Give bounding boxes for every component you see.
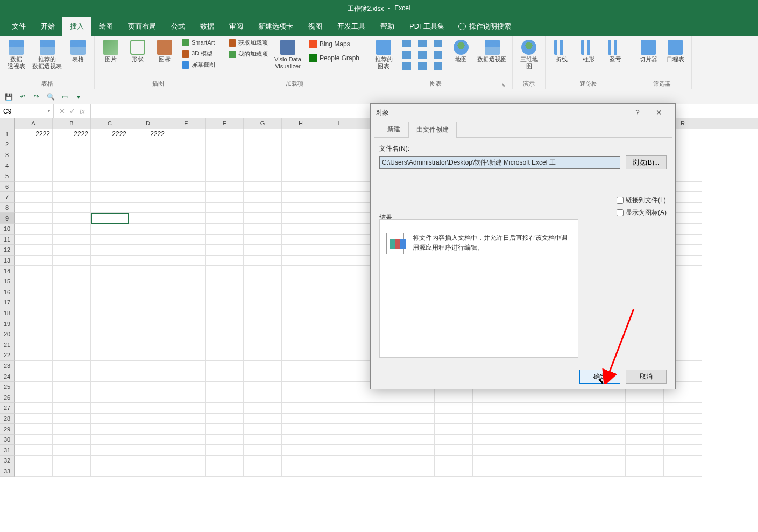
tab-layout[interactable]: 页面布局 [121, 17, 164, 36]
3dmap-button[interactable]: 三维地 图 [517, 38, 541, 72]
cell-G28[interactable] [244, 414, 282, 424]
tab-file[interactable]: 文件 [4, 17, 33, 36]
chart-surface-button[interactable] [400, 61, 414, 71]
cell-N32[interactable] [511, 456, 549, 466]
cell-H11[interactable] [282, 235, 320, 245]
cell-D13[interactable] [129, 256, 167, 266]
cell-E23[interactable] [167, 361, 206, 372]
chart-pie-button[interactable] [431, 39, 445, 48]
cell-D21[interactable] [129, 339, 167, 350]
cell-O30[interactable] [549, 435, 587, 445]
pivot-table-button[interactable]: 数据 透视表 [4, 38, 28, 72]
cell-I3[interactable] [320, 150, 358, 161]
cell-J27[interactable] [358, 403, 396, 414]
dialog-help-button[interactable]: ? [627, 108, 648, 117]
cell-I19[interactable] [320, 318, 358, 329]
cell-E32[interactable] [167, 456, 206, 466]
charts-launcher[interactable]: ⬊ [499, 81, 508, 89]
cell-F7[interactable] [206, 192, 244, 203]
cell-G17[interactable] [244, 297, 282, 308]
cell-D32[interactable] [129, 456, 167, 466]
cell-D26[interactable] [129, 392, 167, 403]
cell-A13[interactable] [15, 256, 53, 266]
row-header-12[interactable]: 12 [0, 245, 15, 256]
cell-A4[interactable] [15, 160, 53, 171]
cell-F14[interactable] [206, 266, 244, 276]
cell-I17[interactable] [320, 297, 358, 308]
cell-B9[interactable] [53, 213, 91, 224]
cell-F22[interactable] [206, 350, 244, 361]
cell-A6[interactable] [15, 182, 53, 193]
cell-E5[interactable] [167, 171, 206, 182]
cell-B8[interactable] [53, 203, 91, 214]
cell-K32[interactable] [396, 456, 435, 466]
cell-G6[interactable] [244, 182, 282, 193]
cell-K30[interactable] [396, 435, 435, 445]
cell-A17[interactable] [15, 297, 53, 308]
cell-D11[interactable] [129, 235, 167, 245]
row-header-4[interactable]: 4 [0, 160, 15, 171]
cell-O33[interactable] [549, 466, 587, 477]
cell-H28[interactable] [282, 414, 320, 424]
fx-button[interactable]: fx [80, 107, 85, 115]
row-header-30[interactable]: 30 [0, 435, 15, 445]
cell-N33[interactable] [511, 466, 549, 477]
cell-F12[interactable] [206, 245, 244, 256]
cell-A7[interactable] [15, 192, 53, 203]
cell-F4[interactable] [206, 160, 244, 171]
tell-me[interactable]: 操作说明搜索 [458, 17, 511, 36]
cell-P30[interactable] [587, 435, 626, 445]
cell-R30[interactable] [664, 435, 702, 445]
cell-H17[interactable] [282, 297, 320, 308]
cell-B22[interactable] [53, 350, 91, 361]
3dmodel-button[interactable]: 3D 模型 [180, 48, 217, 59]
cell-C9[interactable] [91, 213, 129, 224]
cell-H26[interactable] [282, 392, 320, 403]
cell-F13[interactable] [206, 256, 244, 266]
cell-R28[interactable] [664, 414, 702, 424]
dialog-titlebar[interactable]: 对象 ? ✕ [371, 104, 675, 121]
dialog-close-button[interactable]: ✕ [648, 108, 670, 117]
cell-B14[interactable] [53, 266, 91, 276]
cell-F30[interactable] [206, 435, 244, 445]
cell-E27[interactable] [167, 403, 206, 414]
tab-custom[interactable]: 新建选项卡 [251, 17, 301, 36]
spark-col-button[interactable]: 柱形 [577, 38, 600, 65]
row-header-26[interactable]: 26 [0, 392, 15, 403]
col-header-A[interactable]: A [15, 118, 53, 129]
cell-E17[interactable] [167, 297, 206, 308]
cell-I6[interactable] [320, 182, 358, 193]
cell-C19[interactable] [91, 318, 129, 329]
cell-G31[interactable] [244, 445, 282, 456]
cell-A27[interactable] [15, 403, 53, 414]
cell-E21[interactable] [167, 339, 206, 350]
cell-Q31[interactable] [626, 445, 664, 456]
col-header-I[interactable]: I [320, 118, 358, 129]
cell-O26[interactable] [549, 392, 587, 403]
row-header-29[interactable]: 29 [0, 424, 15, 435]
cell-K33[interactable] [396, 466, 435, 477]
cell-J33[interactable] [358, 466, 396, 477]
row-header-32[interactable]: 32 [0, 456, 15, 466]
cell-B2[interactable] [53, 139, 91, 150]
table-button[interactable]: 表格 [66, 38, 90, 65]
cell-B16[interactable] [53, 287, 91, 298]
cell-N27[interactable] [511, 403, 549, 414]
cell-H33[interactable] [282, 466, 320, 477]
cell-C1[interactable]: 2222 [91, 129, 129, 140]
cell-D4[interactable] [129, 160, 167, 171]
cell-C16[interactable] [91, 287, 129, 298]
my-addins-button[interactable]: 我的加载项 [226, 49, 270, 59]
cell-B4[interactable] [53, 160, 91, 171]
cell-F23[interactable] [206, 361, 244, 372]
cell-C32[interactable] [91, 456, 129, 466]
cell-A3[interactable] [15, 150, 53, 161]
save-button[interactable]: 💾 [4, 93, 13, 101]
cell-G4[interactable] [244, 160, 282, 171]
cell-H30[interactable] [282, 435, 320, 445]
cell-H4[interactable] [282, 160, 320, 171]
cell-I30[interactable] [320, 435, 358, 445]
row-header-13[interactable]: 13 [0, 256, 15, 266]
cell-L30[interactable] [435, 435, 473, 445]
cell-D29[interactable] [129, 424, 167, 435]
